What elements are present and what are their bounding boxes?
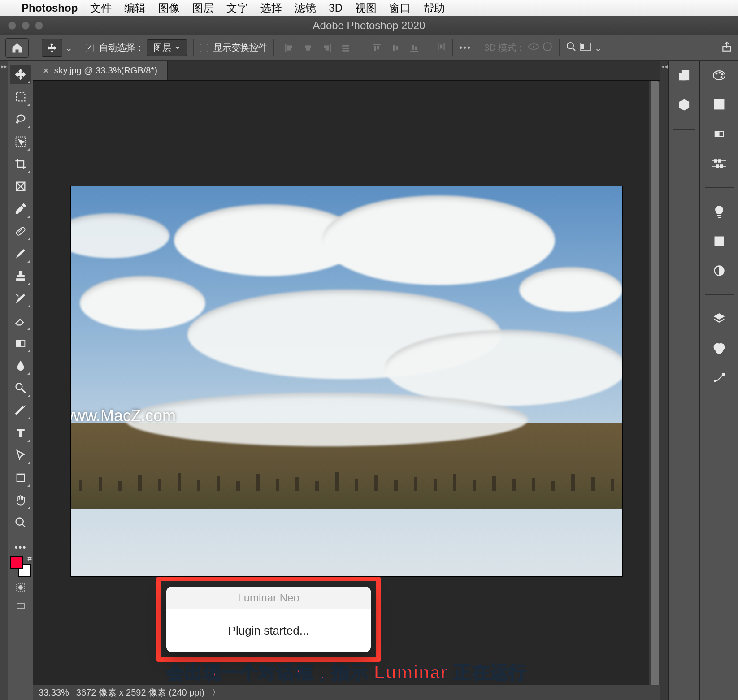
menubar-appname[interactable]: Photoshop — [22, 2, 78, 14]
hand-tool[interactable] — [10, 490, 31, 510]
menu-view[interactable]: 视图 — [355, 1, 377, 15]
layers-panel-icon[interactable] — [710, 309, 729, 328]
menu-layer[interactable]: 图层 — [192, 1, 214, 15]
menu-image[interactable]: 图像 — [158, 1, 180, 15]
svg-rect-12 — [373, 44, 381, 45]
pen-tool[interactable] — [10, 401, 31, 420]
divider — [35, 39, 35, 56]
left-collapse-gutter[interactable]: ▸▸ — [0, 61, 8, 700]
align-right-icon[interactable] — [318, 40, 336, 56]
svg-rect-4 — [305, 45, 311, 47]
adjustments-panel-icon[interactable] — [710, 261, 729, 280]
svg-rect-16 — [393, 45, 395, 51]
align-hcenter-icon[interactable] — [299, 40, 317, 56]
menu-help[interactable]: 帮助 — [423, 1, 445, 15]
divider — [452, 39, 453, 56]
canvas-viewport[interactable]: Z www.MacZ.com Luminar Neo Plugin starte… — [33, 81, 660, 700]
document-tab[interactable]: × sky.jpg @ 33.3%(RGB/8*) — [33, 61, 168, 80]
chevron-down-icon[interactable]: ⌄ — [595, 43, 602, 53]
svg-point-47 — [18, 585, 23, 590]
foreground-color[interactable] — [10, 556, 23, 569]
show-transform-label: 显示变换控件 — [213, 42, 267, 54]
svg-rect-71 — [716, 238, 722, 244]
screen-mode-icon[interactable] — [579, 42, 592, 54]
align-bottom-icon[interactable] — [405, 40, 423, 56]
close-tab-icon[interactable]: × — [43, 65, 49, 77]
svg-rect-7 — [324, 45, 329, 47]
svg-rect-9 — [342, 45, 349, 46]
align-justify-icon[interactable] — [337, 40, 355, 56]
menu-select[interactable]: 选择 — [260, 1, 282, 15]
menu-file[interactable]: 文件 — [90, 1, 112, 15]
eraser-tool[interactable] — [10, 311, 31, 331]
brush-tool[interactable] — [10, 244, 31, 264]
crop-tool[interactable] — [10, 154, 31, 174]
frame-tool[interactable] — [10, 177, 31, 196]
path-select-tool[interactable] — [10, 445, 31, 465]
history-panel-icon[interactable] — [676, 67, 692, 83]
home-button[interactable] — [5, 38, 29, 58]
color-panel-icon[interactable] — [710, 65, 729, 84]
color-swatches[interactable]: ⇄ — [10, 556, 31, 577]
menu-filter[interactable]: 滤镜 — [295, 1, 316, 15]
status-zoom[interactable]: 33.33% — [39, 687, 69, 698]
screen-mode-toggle[interactable] — [10, 598, 31, 614]
status-more-icon[interactable]: 〉 — [212, 687, 221, 699]
heal-tool[interactable] — [10, 221, 31, 241]
svg-rect-0 — [285, 44, 286, 52]
properties-panel-icon[interactable] — [676, 97, 692, 113]
layer-dropdown[interactable]: 图层 — [147, 39, 187, 56]
more-options-button[interactable]: ••• — [459, 43, 471, 53]
svg-point-44 — [16, 518, 23, 525]
align-top-icon[interactable] — [368, 40, 386, 56]
right-collapse-gutter[interactable]: ◂◂ — [660, 61, 668, 700]
patterns-panel-icon[interactable] — [710, 154, 729, 173]
marquee-tool[interactable] — [10, 87, 31, 107]
history-brush-tool[interactable] — [10, 289, 31, 308]
orbit-3d-icon[interactable] — [528, 42, 539, 54]
show-transform-checkbox[interactable] — [200, 44, 208, 52]
gradients-panel-icon[interactable] — [710, 125, 729, 143]
align-left-icon[interactable] — [280, 40, 298, 56]
divider — [430, 39, 430, 56]
paths-panel-icon[interactable] — [710, 368, 729, 387]
menu-window[interactable]: 窗口 — [389, 1, 411, 15]
dialog-message: Plugin started... — [166, 609, 371, 652]
vertical-scrollbar[interactable] — [649, 81, 660, 700]
align-vcenter-icon[interactable] — [386, 40, 404, 56]
dodge-tool[interactable] — [10, 378, 31, 398]
move-tool-icon[interactable] — [42, 39, 62, 57]
channels-panel-icon[interactable] — [710, 339, 729, 358]
pan-3d-icon[interactable] — [542, 41, 553, 54]
blur-tool[interactable] — [10, 356, 31, 376]
menu-type[interactable]: 文字 — [226, 1, 248, 15]
chevron-down-icon[interactable]: ⌄ — [65, 43, 73, 53]
swap-colors-icon[interactable]: ⇄ — [27, 555, 32, 562]
gradient-tool[interactable] — [10, 333, 31, 353]
lasso-tool[interactable] — [10, 109, 31, 129]
eyedropper-tool[interactable] — [10, 199, 31, 219]
move-tool[interactable] — [10, 65, 31, 84]
menu-edit[interactable]: 编辑 — [124, 1, 146, 15]
object-select-tool[interactable] — [10, 132, 31, 151]
share-icon[interactable] — [721, 41, 733, 55]
zoom-tool[interactable] — [10, 513, 31, 532]
svg-rect-67 — [720, 165, 723, 168]
swatches-panel-icon[interactable] — [710, 95, 729, 114]
distribute-icon[interactable] — [436, 42, 446, 54]
svg-rect-15 — [391, 47, 399, 48]
align-horizontal-group — [280, 40, 355, 56]
shape-tool[interactable] — [10, 468, 31, 488]
auto-select-checkbox[interactable] — [86, 44, 94, 52]
menu-3d[interactable]: 3D — [329, 2, 343, 14]
search-icon[interactable] — [566, 41, 577, 54]
watermark: Z www.MacZ.com — [71, 406, 176, 426]
quick-mask-toggle[interactable] — [10, 579, 31, 596]
stamp-tool[interactable] — [10, 266, 31, 286]
type-tool[interactable] — [10, 423, 31, 443]
status-dimensions[interactable]: 3672 像素 x 2592 像素 (240 ppi) — [76, 687, 204, 699]
libraries-panel-icon[interactable] — [710, 232, 729, 251]
edit-toolbar[interactable]: ••• — [10, 542, 31, 553]
learn-panel-icon[interactable] — [710, 202, 729, 221]
svg-rect-22 — [444, 43, 445, 50]
